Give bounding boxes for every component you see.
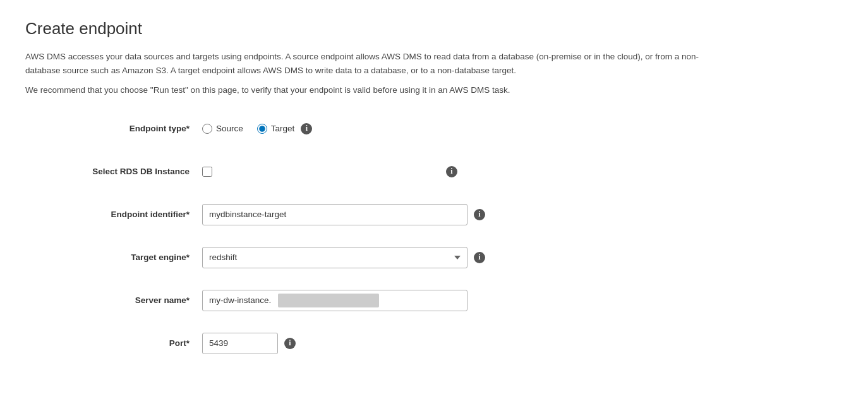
target-engine-info-icon[interactable]: i: [474, 252, 485, 263]
port-input[interactable]: [202, 333, 278, 354]
endpoint-identifier-info-icon[interactable]: i: [474, 209, 485, 220]
server-name-wrapper: [202, 290, 467, 311]
endpoint-identifier-controls: i: [202, 204, 720, 225]
endpoint-type-label: Endpoint type*: [25, 124, 202, 133]
port-controls: i: [202, 333, 720, 354]
page-title: Create endpoint: [25, 19, 843, 39]
endpoint-type-row: Endpoint type* Source Target i: [25, 116, 720, 141]
target-radio-text: Target: [271, 124, 295, 133]
target-engine-label: Target engine*: [25, 253, 202, 262]
endpoint-type-info-icon[interactable]: i: [301, 123, 312, 134]
endpoint-identifier-label: Endpoint identifier*: [25, 210, 202, 219]
target-radio-label[interactable]: Target: [257, 124, 295, 134]
rds-instance-info-icon[interactable]: i: [446, 166, 457, 177]
server-name-controls: [202, 290, 720, 311]
rds-instance-controls: i: [202, 166, 720, 177]
source-radio-label[interactable]: Source: [202, 124, 243, 134]
endpoint-identifier-input[interactable]: [202, 204, 467, 225]
description-text: AWS DMS accesses your data sources and t…: [25, 50, 720, 77]
endpoint-type-controls: Source Target i: [202, 123, 720, 134]
port-label: Port*: [25, 338, 202, 348]
create-endpoint-form: Endpoint type* Source Target i Select RD…: [25, 116, 720, 356]
endpoint-type-radio-group: Source Target: [202, 124, 294, 134]
rds-instance-label: Select RDS DB Instance: [25, 167, 202, 176]
source-radio-text: Source: [216, 124, 243, 133]
target-engine-row: Target engine* redshift mysql oracle pos…: [25, 245, 720, 270]
server-name-label: Server name*: [25, 295, 202, 305]
target-engine-select[interactable]: redshift mysql oracle postgres sqlserver…: [202, 247, 467, 268]
server-name-row: Server name*: [25, 288, 720, 313]
source-radio[interactable]: [202, 124, 212, 134]
target-engine-controls: redshift mysql oracle postgres sqlserver…: [202, 247, 720, 268]
rds-instance-checkbox[interactable]: [202, 167, 212, 177]
recommendation-text: We recommend that you choose "Run test" …: [25, 83, 657, 97]
rds-instance-row: Select RDS DB Instance i: [25, 159, 720, 184]
target-radio[interactable]: [257, 124, 267, 134]
port-info-icon[interactable]: i: [284, 338, 296, 349]
port-row: Port* i: [25, 331, 720, 356]
server-name-redacted-overlay: [278, 294, 379, 307]
endpoint-identifier-row: Endpoint identifier* i: [25, 202, 720, 227]
